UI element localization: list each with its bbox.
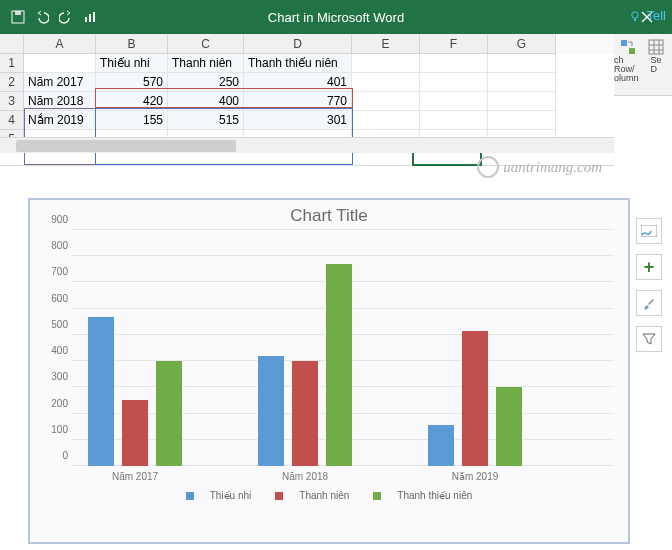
legend-item[interactable]: Thanh thiếu niên xyxy=(367,490,478,501)
watermark: uantrimang.com xyxy=(477,156,602,178)
cell[interactable]: 400 xyxy=(168,92,244,111)
legend-swatch xyxy=(186,492,194,500)
legend-item[interactable]: Thiếu nhi xyxy=(180,490,258,501)
cell[interactable]: 301 xyxy=(244,111,352,130)
undo-icon[interactable] xyxy=(32,7,52,27)
col-header[interactable]: D xyxy=(244,34,352,54)
col-header[interactable]: G xyxy=(488,34,556,54)
col-header[interactable]: E xyxy=(352,34,420,54)
bar[interactable] xyxy=(496,387,522,466)
select-all-corner[interactable] xyxy=(0,34,24,54)
y-tick-label: 700 xyxy=(51,266,68,277)
cell[interactable]: 401 xyxy=(244,73,352,92)
bars-area: Năm 2017Năm 2018Nắm 2019 xyxy=(72,230,614,466)
window-title: Chart in Microsoft Word xyxy=(0,10,672,25)
svg-rect-6 xyxy=(621,40,627,46)
quick-access-toolbar xyxy=(0,7,100,27)
cell[interactable] xyxy=(352,92,420,111)
cell[interactable] xyxy=(488,73,556,92)
ribbon-fragment: ch Row/ olumn Se D xyxy=(614,34,672,96)
cell[interactable] xyxy=(488,54,556,73)
bar[interactable] xyxy=(88,317,114,466)
cell[interactable]: 420 xyxy=(96,92,168,111)
cell[interactable] xyxy=(352,54,420,73)
legend-item[interactable]: Thanh niên xyxy=(269,490,355,501)
chart-add-element-button[interactable]: + xyxy=(636,254,662,280)
scrollbar-thumb[interactable] xyxy=(16,140,236,152)
brush-icon xyxy=(642,296,656,310)
chart-styles-button[interactable] xyxy=(636,290,662,316)
bar[interactable] xyxy=(258,356,284,466)
excel-titlebar: Chart in Microsoft Word xyxy=(0,0,672,34)
grid-rows: 1 Thiếu nhi Thanh niên Thanh thiếu niên … xyxy=(0,54,614,149)
select-data-button[interactable]: Se D xyxy=(642,34,670,95)
cell[interactable]: Năm 2018 xyxy=(24,92,96,111)
cell[interactable] xyxy=(352,111,420,130)
bar[interactable] xyxy=(428,425,454,466)
cell[interactable] xyxy=(24,54,96,73)
col-header[interactable]: A xyxy=(24,34,96,54)
x-tick-label: Nắm 2019 xyxy=(428,471,522,482)
redo-icon[interactable] xyxy=(56,7,76,27)
cell[interactable]: Thanh niên xyxy=(168,54,244,73)
chart-layout-button[interactable] xyxy=(636,218,662,244)
cell[interactable]: 250 xyxy=(168,73,244,92)
cell[interactable]: 155 xyxy=(96,111,168,130)
chart-title[interactable]: Chart Title xyxy=(38,206,620,226)
y-tick-label: 0 xyxy=(62,450,68,461)
svg-rect-7 xyxy=(629,48,635,54)
cell[interactable] xyxy=(488,92,556,111)
col-header[interactable]: B xyxy=(96,34,168,54)
x-tick-label: Năm 2018 xyxy=(258,471,352,482)
cell[interactable]: 770 xyxy=(244,92,352,111)
y-tick-label: 300 xyxy=(51,371,68,382)
chart-icon[interactable] xyxy=(80,7,100,27)
bar[interactable] xyxy=(326,264,352,466)
bar[interactable] xyxy=(462,331,488,466)
save-icon[interactable] xyxy=(8,7,28,27)
spreadsheet[interactable]: A B C D E F G 1 Thiếu nhi Thanh niên Tha… xyxy=(0,34,614,166)
y-tick-label: 900 xyxy=(51,214,68,225)
y-tick-label: 400 xyxy=(51,345,68,356)
bar[interactable] xyxy=(156,361,182,466)
legend-swatch xyxy=(373,492,381,500)
cell[interactable]: 515 xyxy=(168,111,244,130)
bar[interactable] xyxy=(292,361,318,466)
row-header[interactable]: 2 xyxy=(0,73,24,92)
cell[interactable] xyxy=(420,73,488,92)
chart-filter-button[interactable] xyxy=(636,326,662,352)
y-tick-label: 100 xyxy=(51,423,68,434)
col-header[interactable]: C xyxy=(168,34,244,54)
cell[interactable] xyxy=(420,92,488,111)
switch-row-col-button[interactable]: ch Row/ olumn xyxy=(614,34,642,95)
bulb-icon xyxy=(628,9,642,23)
row-header[interactable]: 4 xyxy=(0,111,24,130)
bar[interactable] xyxy=(122,400,148,466)
chart-legend[interactable]: Thiếu nhiThanh niênThanh thiếu niên xyxy=(38,490,620,502)
col-header[interactable]: F xyxy=(420,34,488,54)
legend-label: Thanh thiếu niên xyxy=(397,490,472,501)
cell[interactable]: Thanh thiếu niên xyxy=(244,54,352,73)
embedded-chart[interactable]: Chart Title 0100200300400500600700800900… xyxy=(28,198,630,544)
y-axis: 0100200300400500600700800900 xyxy=(40,230,70,466)
row-header[interactable]: 1 xyxy=(0,54,24,73)
y-tick-label: 600 xyxy=(51,292,68,303)
svg-rect-9 xyxy=(641,225,657,237)
horizontal-scrollbar[interactable] xyxy=(0,137,614,153)
cell[interactable]: 570 xyxy=(96,73,168,92)
cell[interactable]: Năm 2017 xyxy=(24,73,96,92)
cell[interactable] xyxy=(352,73,420,92)
funnel-icon xyxy=(642,332,656,346)
row-header[interactable]: 3 xyxy=(0,92,24,111)
y-tick-label: 500 xyxy=(51,318,68,329)
cell[interactable]: Nắm 2019 xyxy=(24,111,96,130)
y-tick-label: 200 xyxy=(51,397,68,408)
tell-me-search[interactable]: Tell xyxy=(628,8,666,23)
clock-icon xyxy=(477,156,499,178)
cell[interactable] xyxy=(488,111,556,130)
cell[interactable] xyxy=(420,54,488,73)
legend-label: Thiếu nhi xyxy=(210,490,252,501)
svg-rect-2 xyxy=(85,17,87,22)
cell[interactable]: Thiếu nhi xyxy=(96,54,168,73)
cell[interactable] xyxy=(420,111,488,130)
